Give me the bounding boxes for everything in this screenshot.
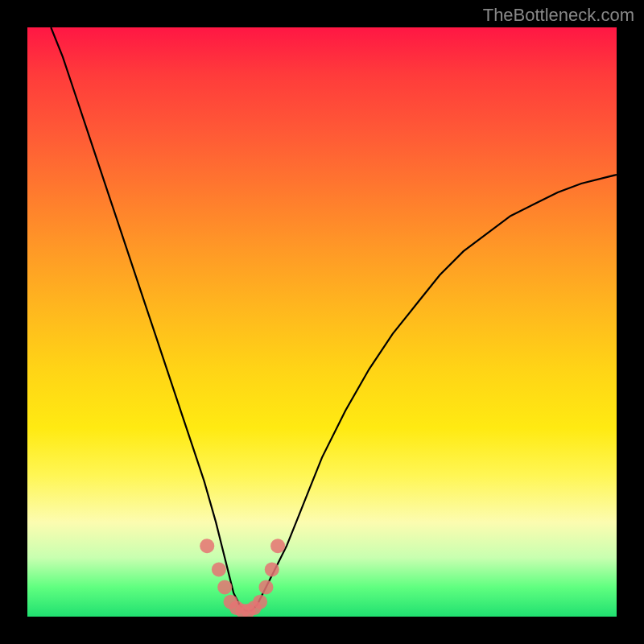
watermark-text: TheBottleneck.com xyxy=(483,5,634,26)
marker-point xyxy=(265,562,279,576)
chart-svg xyxy=(27,27,617,617)
plot-area xyxy=(27,27,617,617)
marker-point xyxy=(258,580,273,594)
highlight-markers xyxy=(200,539,285,617)
chart-container: TheBottleneck.com xyxy=(0,0,644,644)
marker-point xyxy=(217,580,232,594)
bottleneck-curve xyxy=(51,27,617,611)
marker-point xyxy=(253,595,267,609)
marker-point xyxy=(270,539,285,553)
marker-point xyxy=(200,539,214,553)
marker-point xyxy=(212,562,226,576)
